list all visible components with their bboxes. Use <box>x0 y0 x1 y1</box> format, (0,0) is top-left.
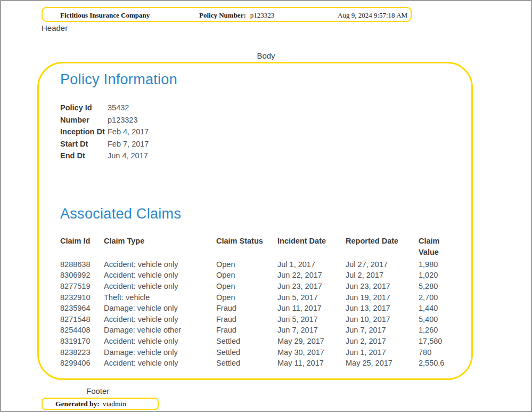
body-band[interactable]: Policy Information Policy Id 35432 Numbe… <box>37 62 473 380</box>
report-template-page: Fictitious Insurance Company Policy Numb… <box>0 0 532 412</box>
table-row: 8299406 Accident: vehicle only Settled M… <box>60 358 456 369</box>
report-timestamp: Aug 9, 2024 9:57:18 AM <box>338 11 407 20</box>
column-header: Claim Value <box>419 236 456 258</box>
claim-type-cell: Damage: vehicle other <box>104 325 216 336</box>
reported-date-cell: Jun 19, 2017 <box>346 292 419 303</box>
claim-status-cell: Open <box>216 292 277 303</box>
incident-date-cell: Jun 5, 2017 <box>277 314 346 325</box>
claim-status-cell: Settled <box>216 358 277 369</box>
generated-by-label: Generated by: <box>55 400 100 408</box>
incident-date-cell: Jul 1, 2017 <box>277 259 346 270</box>
table-row: 8235964 Damage: vehicle only Fraud Jun 1… <box>60 303 456 314</box>
claim-type-cell: Accident: vehicle only <box>104 336 216 347</box>
policy-field-row: Inception Dt Feb 4, 2017 <box>60 126 456 138</box>
column-header: Claim Type <box>104 236 216 258</box>
claim-value-cell: 2,550.6 <box>419 358 456 369</box>
policy-number-label: Policy Number: <box>199 11 246 19</box>
claim-value-cell: 1,440 <box>419 303 456 314</box>
header-band[interactable]: Fictitious Insurance Company Policy Numb… <box>42 7 412 22</box>
claim-value-cell: 1,980 <box>419 259 456 270</box>
policy-field-value: 35432 <box>108 102 129 114</box>
claim-id-cell: 8254408 <box>60 325 104 336</box>
reported-date-cell: Jul 2, 2017 <box>346 270 419 281</box>
generated-by-value: viadmin <box>103 400 126 408</box>
policy-field-row: Policy Id 35432 <box>60 102 456 114</box>
claim-type-cell: Accident: vehicle only <box>104 259 216 270</box>
reported-date-cell: Jun 10, 2017 <box>346 314 419 325</box>
incident-date-cell: Jun 22, 2017 <box>277 270 346 281</box>
claim-type-cell: Theft: vehicle <box>104 292 216 303</box>
claim-id-cell: 8232910 <box>60 292 104 303</box>
reported-date-cell: Jun 7, 2017 <box>346 325 419 336</box>
claim-id-cell: 8238223 <box>60 347 104 358</box>
claim-id-cell: 8235964 <box>60 303 104 314</box>
table-row: 8288638 Accident: vehicle only Open Jul … <box>60 259 456 270</box>
claim-id-cell: 8271548 <box>60 314 104 325</box>
column-header: Incident Date <box>277 236 346 258</box>
claim-type-cell: Accident: vehicle only <box>104 314 216 325</box>
claim-value-cell: 1,260 <box>419 325 456 336</box>
claim-status-cell: Fraud <box>216 303 277 314</box>
incident-date-cell: Jun 7, 2017 <box>277 325 346 336</box>
policy-information-title: Policy Information <box>60 71 456 88</box>
table-row: 8254408 Damage: vehicle other Fraud Jun … <box>60 325 456 336</box>
claim-id-cell: 8306992 <box>60 270 104 281</box>
claim-id-cell: 8288638 <box>60 259 104 270</box>
reported-date-cell: May 25, 2017 <box>346 358 419 369</box>
policy-field-label: Inception Dt <box>60 126 108 138</box>
reported-date-cell: Jun 2, 2017 <box>346 336 419 347</box>
claim-status-cell: Settled <box>216 347 277 358</box>
policy-number-value: p123323 <box>250 11 275 19</box>
policy-fields: Policy Id 35432 Number p123323 Inception… <box>60 102 456 161</box>
claim-status-cell: Fraud <box>216 314 277 325</box>
policy-field-value: p123323 <box>108 114 137 126</box>
body-zone-label: Body <box>1 51 531 60</box>
footer-zone-label: Footer <box>86 386 109 395</box>
policy-field-label: Start Dt <box>60 138 108 150</box>
reported-date-cell: Jun 1, 2017 <box>346 347 419 358</box>
claim-id-cell: 8277519 <box>60 281 104 292</box>
policy-field-row: Start Dt Feb 7, 2017 <box>60 138 456 150</box>
incident-date-cell: May 30, 2017 <box>277 347 346 358</box>
incident-date-cell: Jun 5, 2017 <box>277 292 346 303</box>
policy-field-label: Number <box>60 114 108 126</box>
incident-date-cell: May 11, 2017 <box>277 358 346 369</box>
associated-claims-title: Associated Claims <box>60 205 456 222</box>
policy-field-label: End Dt <box>60 150 108 161</box>
claim-status-cell: Open <box>216 281 277 292</box>
claim-status-cell: Settled <box>216 336 277 347</box>
claim-id-cell: 8319170 <box>60 336 104 347</box>
claim-value-cell: 5,280 <box>419 281 456 292</box>
policy-field-label: Policy Id <box>60 102 108 114</box>
table-row: 8238223 Damage: vehicle only Settled May… <box>60 347 456 358</box>
claim-id-cell: 8299406 <box>60 358 104 369</box>
policy-field-row: Number p123323 <box>60 114 456 126</box>
claim-status-cell: Open <box>216 259 277 270</box>
reported-date-cell: Jun 23, 2017 <box>346 281 419 292</box>
claim-value-cell: 17,580 <box>419 336 456 347</box>
policy-field-value: Jun 4, 2017 <box>108 150 148 161</box>
table-row: 8306992 Accident: vehicle only Open Jun … <box>60 270 456 281</box>
claim-value-cell: 2,700 <box>419 292 456 303</box>
table-row: 8277519 Accident: vehicle only Open Jun … <box>60 281 456 292</box>
incident-date-cell: Jun 11, 2017 <box>277 303 346 314</box>
claim-type-cell: Damage: vehicle only <box>104 303 216 314</box>
column-header: Claim Id <box>60 236 104 258</box>
policy-number: Policy Number:p123323 <box>199 11 274 20</box>
claim-value-cell: 780 <box>419 347 456 358</box>
claim-status-cell: Fraud <box>216 325 277 336</box>
policy-field-value: Feb 7, 2017 <box>108 138 149 150</box>
column-header: Claim Status <box>216 236 277 258</box>
claims-table-body: 8288638 Accident: vehicle only Open Jul … <box>60 259 456 369</box>
claims-table: Claim Id Claim Type Claim Status Inciden… <box>60 236 456 369</box>
claims-table-header: Claim Id Claim Type Claim Status Inciden… <box>60 236 456 258</box>
claim-status-cell: Open <box>216 270 277 281</box>
footer-band[interactable]: Generated by: viadmin <box>42 398 159 410</box>
reported-date-cell: Jul 27, 2017 <box>346 259 419 270</box>
incident-date-cell: May 29, 2017 <box>277 336 346 347</box>
incident-date-cell: Jun 23, 2017 <box>277 281 346 292</box>
table-row: 8232910 Theft: vehicle Open Jun 5, 2017 … <box>60 292 456 303</box>
reported-date-cell: Jun 13, 2017 <box>346 303 419 314</box>
claim-value-cell: 5,400 <box>419 314 456 325</box>
claim-value-cell: 1,020 <box>419 270 456 281</box>
